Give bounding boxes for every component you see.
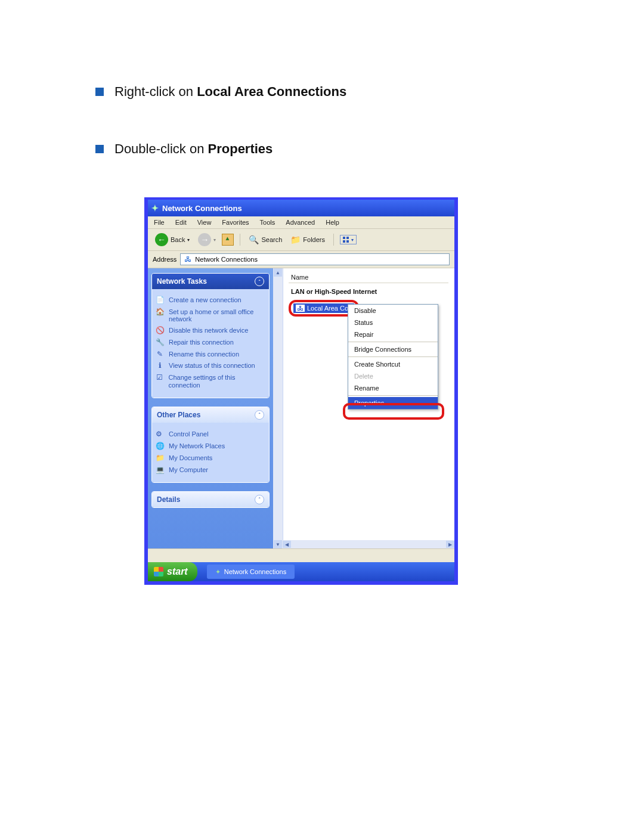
task-icon: 🏠 xyxy=(156,308,164,317)
ctx-disable[interactable]: Disable xyxy=(348,305,438,317)
start-button[interactable]: start xyxy=(148,562,197,581)
dropdown-icon[interactable]: ▾ xyxy=(213,237,216,243)
dropdown-icon: ▾ xyxy=(351,237,354,243)
views-button[interactable]: ▾ xyxy=(340,235,357,244)
taskbar: start ✦ Network Connections xyxy=(148,562,454,581)
task-item[interactable]: ℹView status of this connection xyxy=(156,362,265,370)
panel-head-tasks[interactable]: Network Tasks ˆ xyxy=(152,274,269,289)
folders-button[interactable]: 📁 Folders xyxy=(288,234,327,246)
app-icon: ✦ xyxy=(151,203,159,213)
context-menu[interactable]: Disable Status Repair Bridge Connections… xyxy=(348,304,438,410)
address-bar: Address 🖧 Network Connections xyxy=(148,251,454,268)
toolbar: ← Back ▾ → ▾ 🔍 Search 📁 Folders ▾ xyxy=(148,228,454,251)
menu-bar[interactable]: File Edit View Favorites Tools Advanced … xyxy=(148,216,454,228)
back-icon: ← xyxy=(155,233,168,246)
task-icon: 📄 xyxy=(156,296,164,305)
scroll-right-icon[interactable]: ▶ xyxy=(446,541,454,548)
panel-details: Details ˆ xyxy=(151,491,270,508)
taskbar-app-tab[interactable]: ✦ Network Connections xyxy=(207,565,295,579)
address-value: Network Connections xyxy=(195,256,258,263)
app-icon: ✦ xyxy=(215,568,221,576)
place-item[interactable]: 📁My Documents xyxy=(156,454,265,462)
content-area: Network Tasks ˆ 📄Create a new connection… xyxy=(148,268,454,548)
menu-help[interactable]: Help xyxy=(326,219,339,226)
menu-tools[interactable]: Tools xyxy=(260,219,275,226)
ctx-delete: Delete xyxy=(348,370,438,382)
task-item[interactable]: 🚫Disable this network device xyxy=(156,327,265,335)
panel-head-details[interactable]: Details ˆ xyxy=(152,492,269,507)
address-icon: 🖧 xyxy=(184,255,191,263)
task-icon: ℹ xyxy=(156,362,164,370)
scroll-left-icon[interactable]: ◀ xyxy=(283,541,291,548)
ctx-repair[interactable]: Repair xyxy=(348,328,438,340)
place-icon: 📁 xyxy=(156,454,164,462)
back-button[interactable]: ← Back ▾ xyxy=(153,232,192,247)
folders-icon: 📁 xyxy=(290,235,301,244)
panel-other-places: Other Places ˆ ⚙Control Panel 🌐My Networ… xyxy=(151,407,270,483)
scrollbar-vertical[interactable]: ▲ ▼ xyxy=(273,268,283,548)
instruction-text: Double-click on Properties xyxy=(114,141,273,157)
place-item[interactable]: 🌐My Network Places xyxy=(156,442,265,450)
place-icon: 💻 xyxy=(156,466,164,474)
column-header-name[interactable]: Name xyxy=(289,272,448,283)
forward-button[interactable]: → ▾ xyxy=(196,232,218,247)
task-icon: ☑ xyxy=(156,374,164,382)
collapse-icon[interactable]: ˆ xyxy=(255,410,264,420)
task-icon: 🔧 xyxy=(156,339,164,347)
bullet-icon xyxy=(95,145,104,153)
place-icon: 🌐 xyxy=(156,442,164,450)
window-titlebar[interactable]: ✦ Network Connections xyxy=(148,200,454,216)
instruction-text: Right-click on Local Area Connections xyxy=(114,83,346,100)
place-item[interactable]: 💻My Computer xyxy=(156,466,265,474)
ctx-rename[interactable]: Rename xyxy=(348,382,438,394)
place-item[interactable]: ⚙Control Panel xyxy=(156,430,265,438)
ctx-properties[interactable]: Properties xyxy=(348,397,438,409)
scroll-up-icon[interactable]: ▲ xyxy=(274,268,282,277)
scroll-down-icon[interactable]: ▼ xyxy=(274,540,282,548)
up-button[interactable] xyxy=(222,234,234,246)
task-icon: ✎ xyxy=(156,351,164,359)
collapse-icon[interactable]: ˆ xyxy=(255,495,264,504)
bullet-icon xyxy=(95,88,104,96)
task-icon: 🚫 xyxy=(156,327,164,335)
place-icon: ⚙ xyxy=(156,430,164,438)
task-item[interactable]: 📄Create a new connection xyxy=(156,296,265,305)
search-button[interactable]: 🔍 Search xyxy=(246,234,284,246)
local-area-connection-item[interactable]: 🖧 Local Area Con xyxy=(293,303,354,313)
panel-network-tasks: Network Tasks ˆ 📄Create a new connection… xyxy=(151,273,270,398)
views-icon xyxy=(343,237,349,243)
dropdown-icon[interactable]: ▾ xyxy=(187,237,190,243)
window-title: Network Connections xyxy=(162,204,242,213)
menu-view[interactable]: View xyxy=(197,219,212,226)
sidebar: Network Tasks ˆ 📄Create a new connection… xyxy=(148,268,273,548)
ctx-separator xyxy=(348,395,438,396)
search-icon: 🔍 xyxy=(249,235,259,244)
task-item[interactable]: 🔧Repair this connection xyxy=(156,339,265,347)
ctx-bridge[interactable]: Bridge Connections xyxy=(348,343,438,355)
task-item[interactable]: 🏠Set up a home or small office network xyxy=(156,308,265,323)
menu-favorites[interactable]: Favorites xyxy=(222,219,249,226)
address-label: Address xyxy=(153,256,177,263)
ctx-separator xyxy=(348,342,438,342)
task-item[interactable]: ☑Change settings of this connection xyxy=(156,374,265,389)
ctx-separator xyxy=(348,356,438,357)
menu-advanced[interactable]: Advanced xyxy=(286,219,315,226)
collapse-icon[interactable]: ˆ xyxy=(255,277,264,286)
scrollbar-horizontal[interactable]: ◀ ▶ xyxy=(283,540,454,548)
menu-edit[interactable]: Edit xyxy=(175,219,187,226)
screenshot-window: ✦ Network Connections File Edit View Fav… xyxy=(144,197,458,585)
menu-file[interactable]: File xyxy=(154,219,165,226)
status-bar xyxy=(148,548,454,562)
instruction-1: Right-click on Local Area Connections xyxy=(95,83,561,100)
main-list: ▲ ▼ Name LAN or High-Speed Internet 🖧 Lo… xyxy=(273,268,454,548)
instruction-2: Double-click on Properties xyxy=(95,141,561,157)
group-header: LAN or High-Speed Internet xyxy=(291,288,448,295)
task-item[interactable]: ✎Rename this connection xyxy=(156,351,265,359)
ctx-create-shortcut[interactable]: Create Shortcut xyxy=(348,358,438,370)
windows-flag-icon xyxy=(154,567,163,576)
address-field[interactable]: 🖧 Network Connections xyxy=(180,253,450,265)
forward-icon: → xyxy=(198,233,211,246)
panel-head-places[interactable]: Other Places ˆ xyxy=(152,407,269,423)
connection-icon: 🖧 xyxy=(296,305,305,312)
ctx-status[interactable]: Status xyxy=(348,317,438,328)
